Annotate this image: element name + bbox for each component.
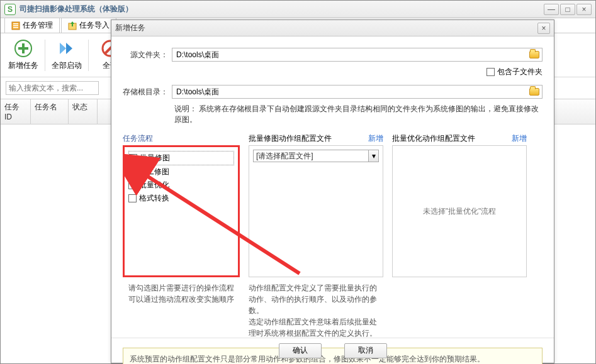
separator	[88, 40, 89, 71]
col-status[interactable]: 状态	[69, 99, 98, 124]
app-icon: S	[4, 4, 16, 15]
start-all-button[interactable]: 全部启动	[49, 36, 84, 75]
config-c-label: 批量优化动作组配置文件	[392, 133, 475, 144]
dialog-titlebar: 新增任务 ×	[111, 20, 554, 36]
tab-label: 任务管理	[23, 20, 53, 31]
note-label: 说明：	[174, 104, 197, 113]
config-b-desc1: 动作组配置文件定义了需要批量执行的动作、动作的执行顺序、以及动作的参数。	[249, 282, 383, 316]
store-root-input[interactable]	[172, 87, 527, 96]
folder-icon	[529, 51, 539, 58]
config-b-box: [请选择配置文件] ▾	[249, 145, 383, 277]
config-c-empty: 未选择"批量优化"流程	[423, 206, 497, 217]
maximize-button[interactable]: □	[560, 4, 575, 15]
config-b-label: 批量修图动作组配置文件	[249, 133, 332, 144]
source-folder-input[interactable]	[172, 50, 527, 59]
dialog-close-button[interactable]: ×	[537, 23, 550, 34]
close-button[interactable]: ×	[576, 4, 592, 15]
new-task-button[interactable]: 新增任务	[6, 36, 41, 75]
checkbox[interactable]	[128, 168, 137, 176]
plus-icon	[14, 39, 33, 58]
window-title: 司捷扫描影像处理系统（体验版）	[20, 4, 544, 14]
browse-store-button[interactable]	[527, 85, 541, 98]
taskflow-item[interactable]: 批量优化	[128, 179, 234, 192]
config-b-desc2: 选定动作组配置文件意味着后续批量处理时系统将根据配置文件的定义执行。	[249, 316, 383, 339]
store-root-label: 存储根目录：	[123, 87, 172, 97]
taskflow-desc2: 可以通过拖动流程改变实施顺序	[123, 294, 240, 305]
new-task-dialog: 新增任务 × 源文件夹： 包含子文件夹 存储根目录： 说明： 系统将在存储根目录…	[111, 19, 554, 363]
ok-button[interactable]: 确认	[279, 343, 322, 358]
svg-rect-2	[13, 25, 18, 26]
taskflow-item[interactable]: 人工修图	[128, 165, 234, 179]
combo-text: [请选择配置文件]	[254, 151, 368, 162]
include-subfolder-checkbox[interactable]	[486, 68, 495, 76]
minimize-button[interactable]: —	[544, 4, 559, 15]
chevron-down-icon: ▾	[368, 150, 378, 162]
titlebar: S 司捷扫描影像处理系统（体验版） — □ ×	[1, 1, 595, 18]
import-icon	[68, 21, 77, 30]
col-task-id[interactable]: 任务ID	[1, 99, 31, 124]
taskflow-item[interactable]: 批量修图	[128, 151, 234, 165]
config-c-new-link[interactable]: 新增	[512, 133, 527, 144]
taskflow-box: 批量修图 人工修图 批量优化 格式转换	[123, 145, 240, 277]
dialog-title: 新增任务	[115, 23, 537, 33]
config-b-new-link[interactable]: 新增	[368, 133, 383, 144]
taskflow-item[interactable]: 格式转换	[128, 192, 234, 205]
search-input[interactable]	[6, 81, 99, 95]
svg-rect-3	[13, 27, 18, 28]
browse-source-button[interactable]	[527, 48, 541, 61]
cancel-button[interactable]: 取消	[344, 343, 387, 358]
note-text: 系统将在存储根目录下自动创建跟源文件夹目录结构相同的文件夹作为系统修图的输出，避…	[174, 104, 539, 124]
svg-rect-7	[18, 47, 28, 50]
list-icon	[11, 21, 20, 30]
tool-label: 新增任务	[8, 60, 38, 71]
svg-rect-1	[13, 23, 18, 25]
checkbox[interactable]	[128, 181, 137, 189]
item-label: 格式转换	[139, 193, 169, 204]
taskflow-desc1: 请勾选图片需要进行的操作流程	[123, 282, 240, 294]
tab-label: 任务导入	[79, 20, 110, 31]
checkbox[interactable]	[128, 194, 137, 202]
separator	[45, 40, 45, 71]
tool-label: 全部启动	[52, 60, 82, 71]
taskflow-label: 任务流程	[123, 133, 153, 144]
include-subfolder-label: 包含子文件夹	[497, 67, 543, 77]
col-task-name[interactable]: 任务名	[31, 99, 69, 124]
play-icon	[57, 39, 76, 58]
item-label: 批量优化	[139, 180, 169, 190]
config-c-box: 未选择"批量优化"流程	[392, 145, 527, 277]
item-label: 批量修图	[140, 153, 170, 163]
checkbox[interactable]	[129, 154, 137, 162]
config-b-combo[interactable]: [请选择配置文件] ▾	[253, 150, 379, 162]
item-label: 人工修图	[139, 167, 169, 177]
tab-task-import[interactable]: 任务导入	[61, 18, 116, 33]
source-folder-label: 源文件夹：	[123, 50, 172, 60]
tab-task-manager[interactable]: 任务管理	[4, 18, 60, 33]
folder-icon	[529, 88, 539, 96]
